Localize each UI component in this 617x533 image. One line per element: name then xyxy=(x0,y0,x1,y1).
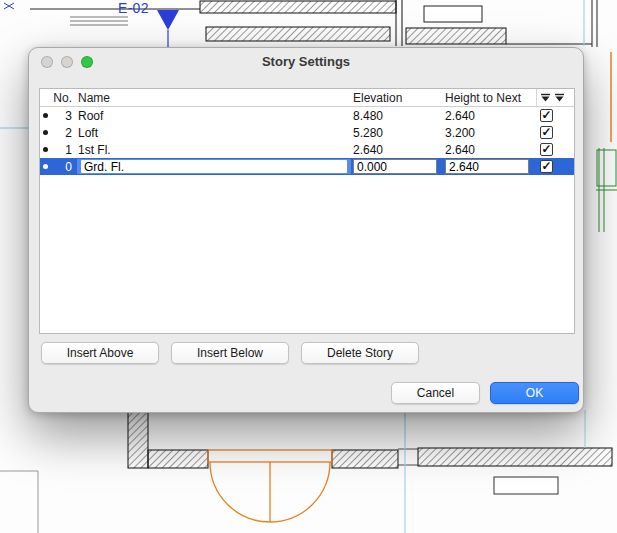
plan-wall xyxy=(206,27,390,41)
plan-fixture xyxy=(424,6,482,22)
zoom-window-button[interactable] xyxy=(81,56,93,68)
story-number: 3 xyxy=(50,109,72,123)
story-number: 1 xyxy=(50,143,72,157)
story-row-2[interactable]: 2 Loft 5.280 3.200 ✓ xyxy=(40,124,574,141)
story-visibility-cell: ✓ xyxy=(536,126,574,139)
plan-wall xyxy=(200,1,396,13)
check-icon: ✓ xyxy=(541,126,551,138)
story-elevation-cell xyxy=(351,159,443,174)
header-height-to-next: Height to Next xyxy=(443,91,536,105)
story-settings-dialog: Story Settings No. Name Elevation Height… xyxy=(28,47,584,413)
section-marker-label: E-02 xyxy=(118,0,149,16)
window-controls xyxy=(41,56,93,68)
story-flag-icon xyxy=(554,93,565,102)
header-name: Name xyxy=(72,91,351,105)
story-elevation-cell[interactable]: 2.640 xyxy=(351,143,443,157)
story-number: 2 xyxy=(50,126,72,140)
section-marker-icon xyxy=(157,10,179,30)
story-height-cell[interactable]: 3.200 xyxy=(443,126,536,140)
story-name-input[interactable] xyxy=(80,159,348,174)
insert-below-button[interactable]: Insert Below xyxy=(171,342,289,364)
header-flags-column xyxy=(536,89,574,106)
story-name-cell[interactable]: 1st Fl. xyxy=(72,143,351,157)
close-window-button[interactable] xyxy=(41,56,53,68)
story-visibility-checkbox[interactable]: ✓ xyxy=(540,143,553,156)
cancel-button[interactable]: Cancel xyxy=(391,382,480,404)
plan-window xyxy=(494,477,558,494)
plan-door-frame xyxy=(208,450,332,462)
plan-wall xyxy=(418,448,612,466)
story-elevation-input[interactable] xyxy=(353,159,437,174)
header-elevation: Elevation xyxy=(351,91,443,105)
story-visibility-cell: ✓ xyxy=(536,109,574,122)
plan-wall xyxy=(406,28,506,44)
dialog-titlebar[interactable]: Story Settings xyxy=(29,48,583,75)
story-flag-icon xyxy=(540,93,551,102)
plan-wall xyxy=(128,408,148,468)
story-marker-dot xyxy=(40,113,50,118)
story-marker-dot xyxy=(40,164,50,169)
minimize-window-button[interactable] xyxy=(61,56,73,68)
story-height-input[interactable] xyxy=(445,159,529,174)
story-visibility-checkbox[interactable]: ✓ xyxy=(540,109,553,122)
story-row-1[interactable]: 1 1st Fl. 2.640 2.640 ✓ xyxy=(40,141,574,158)
story-marker-dot xyxy=(40,147,50,152)
story-name-cell[interactable]: Loft xyxy=(72,126,351,140)
story-marker-dot xyxy=(40,130,50,135)
story-visibility-checkbox[interactable]: ✓ xyxy=(540,160,553,173)
plan-wall xyxy=(148,450,208,468)
check-icon: ✓ xyxy=(541,109,551,121)
story-name-cell xyxy=(72,159,351,174)
story-table-header: No. Name Elevation Height to Next xyxy=(40,89,574,107)
insert-above-button[interactable]: Insert Above xyxy=(41,342,159,364)
check-icon: ✓ xyxy=(541,160,551,172)
header-no: No. xyxy=(50,91,72,105)
story-elevation-cell[interactable]: 8.480 xyxy=(351,109,443,123)
plan-green-detail xyxy=(597,150,616,186)
story-table: No. Name Elevation Height to Next xyxy=(39,88,575,334)
story-name-cell[interactable]: Roof xyxy=(72,109,351,123)
story-elevation-cell[interactable]: 5.280 xyxy=(351,126,443,140)
story-row-3[interactable]: 3 Roof 8.480 2.640 ✓ xyxy=(40,107,574,124)
plan-wall xyxy=(332,450,398,468)
ok-button[interactable]: OK xyxy=(490,382,579,404)
story-visibility-cell: ✓ xyxy=(536,143,574,156)
story-height-cell[interactable]: 2.640 xyxy=(443,109,536,123)
check-icon: ✓ xyxy=(541,143,551,155)
story-height-cell[interactable]: 2.640 xyxy=(443,143,536,157)
story-visibility-cell: ✓ xyxy=(536,160,574,173)
dialog-title: Story Settings xyxy=(29,48,583,75)
app-canvas: E-02 Story Settings No. Name Elevation H… xyxy=(0,0,617,533)
story-visibility-checkbox[interactable]: ✓ xyxy=(540,126,553,139)
delete-story-button[interactable]: Delete Story xyxy=(301,342,419,364)
story-height-cell xyxy=(443,159,536,174)
story-number: 0 xyxy=(50,160,72,174)
story-row-0-selected[interactable]: 0 ✓ xyxy=(40,158,574,175)
plan-cross-mark xyxy=(4,3,14,9)
